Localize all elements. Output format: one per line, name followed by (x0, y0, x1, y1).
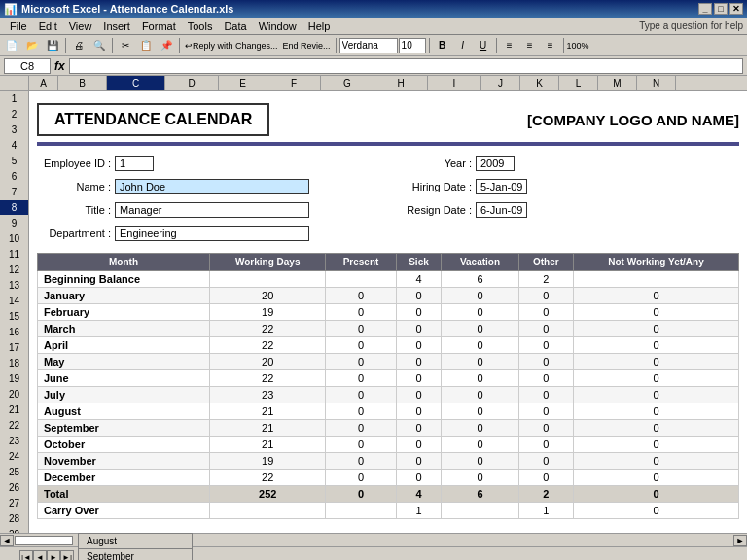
save-button[interactable]: 💾 (43, 37, 62, 54)
table-cell[interactable]: 0 (396, 304, 442, 321)
row-10[interactable]: 10 (0, 231, 28, 247)
cell-reference-input[interactable] (4, 58, 51, 74)
table-cell[interactable]: 22 (210, 470, 326, 486)
table-cell[interactable]: 0 (518, 321, 573, 337)
table-cell[interactable]: 0 (573, 304, 738, 321)
table-cell[interactable]: March (38, 321, 210, 337)
table-cell[interactable]: 1 (518, 503, 573, 519)
table-cell[interactable]: 0 (518, 288, 573, 304)
menu-window[interactable]: Window (253, 20, 302, 32)
table-cell[interactable]: 0 (442, 403, 518, 420)
table-cell[interactable]: 0 (518, 304, 573, 321)
table-cell[interactable]: February (38, 304, 210, 321)
table-cell[interactable]: November (38, 453, 210, 470)
table-cell[interactable]: 0 (326, 453, 396, 470)
table-cell[interactable]: 0 (573, 437, 738, 453)
table-cell[interactable]: 22 (210, 321, 326, 337)
table-cell[interactable]: January (38, 288, 210, 304)
table-cell[interactable]: 0 (396, 453, 442, 470)
paste-button[interactable]: 📌 (157, 37, 176, 54)
col-header-i[interactable]: I (428, 76, 481, 90)
table-cell[interactable]: 20 (210, 354, 326, 370)
table-cell[interactable]: 0 (326, 437, 396, 453)
resign-date-value[interactable]: 6-Jun-09 (476, 202, 527, 218)
col-header-f[interactable]: F (267, 76, 321, 90)
row-22[interactable]: 22 (0, 418, 28, 434)
table-cell[interactable]: 0 (573, 486, 738, 503)
table-cell[interactable] (210, 503, 326, 519)
col-header-j[interactable]: J (481, 76, 520, 90)
col-header-n[interactable]: N (637, 76, 676, 90)
table-cell[interactable]: 0 (518, 470, 573, 486)
menu-help[interactable]: Help (302, 20, 337, 32)
menu-tools[interactable]: Tools (182, 20, 219, 32)
col-header-g[interactable]: G (321, 76, 374, 90)
table-cell[interactable]: 0 (396, 403, 442, 420)
table-cell[interactable]: 0 (518, 387, 573, 403)
table-cell[interactable]: 0 (518, 453, 573, 470)
table-cell[interactable]: 0 (573, 354, 738, 370)
table-cell[interactable]: 0 (396, 354, 442, 370)
col-header-h[interactable]: H (374, 76, 428, 90)
scroll-right-button[interactable]: ► (733, 535, 747, 546)
year-value[interactable]: 2009 (476, 156, 515, 171)
open-button[interactable]: 📂 (22, 37, 42, 54)
row-19[interactable]: 19 (0, 371, 28, 387)
tab-nav-first[interactable]: |◄ (19, 550, 33, 560)
table-cell[interactable]: 0 (442, 370, 518, 387)
formula-input[interactable]: =VLOOKUP($C$6,'Employee Data'!$A$2:$B$10… (69, 58, 743, 74)
employee-id-value[interactable]: 1 (115, 156, 154, 171)
row-14[interactable]: 14 (0, 294, 28, 309)
row-26[interactable]: 26 (0, 480, 28, 496)
col-header-a[interactable]: A (29, 76, 58, 90)
table-cell[interactable]: 19 (210, 304, 326, 321)
table-cell[interactable]: 0 (442, 304, 518, 321)
table-cell[interactable]: 0 (518, 354, 573, 370)
table-cell[interactable]: 0 (442, 437, 518, 453)
table-cell[interactable]: 22 (210, 337, 326, 354)
table-cell[interactable]: 0 (396, 470, 442, 486)
col-header-b[interactable]: B (58, 76, 107, 90)
table-cell[interactable] (442, 503, 518, 519)
table-cell[interactable]: 0 (573, 337, 738, 354)
row-15[interactable]: 15 (0, 309, 28, 325)
table-cell[interactable]: 0 (573, 288, 738, 304)
table-cell[interactable]: April (38, 337, 210, 354)
hiring-date-value[interactable]: 5-Jan-09 (476, 179, 527, 194)
table-cell[interactable]: 0 (326, 470, 396, 486)
menu-view[interactable]: View (63, 20, 98, 32)
row-27[interactable]: 27 (0, 496, 28, 511)
table-cell[interactable]: 6 (442, 271, 518, 288)
table-cell[interactable] (326, 271, 396, 288)
table-cell[interactable]: September (38, 420, 210, 437)
row-24[interactable]: 24 (0, 449, 28, 465)
table-cell[interactable]: Total (38, 486, 210, 503)
preview-button[interactable]: 🔍 (89, 37, 109, 54)
table-cell[interactable] (210, 271, 326, 288)
table-cell[interactable]: 0 (326, 321, 396, 337)
row-16[interactable]: 16 (0, 325, 28, 340)
table-cell[interactable]: 0 (518, 437, 573, 453)
table-cell[interactable]: 252 (210, 486, 326, 503)
bold-button[interactable]: B (433, 37, 452, 54)
table-cell[interactable]: 0 (442, 420, 518, 437)
new-button[interactable]: 📄 (2, 37, 21, 54)
table-cell[interactable]: 0 (396, 288, 442, 304)
col-header-m[interactable]: M (598, 76, 637, 90)
row-21[interactable]: 21 (0, 402, 28, 418)
row-5[interactable]: 5 (0, 154, 28, 169)
table-cell[interactable]: 0 (518, 337, 573, 354)
row-1[interactable]: 1 (0, 91, 28, 107)
tab-nav-next[interactable]: ► (47, 550, 60, 560)
row-4[interactable]: 4 (0, 138, 28, 154)
row-28[interactable]: 28 (0, 511, 28, 527)
table-cell[interactable]: 6 (442, 486, 518, 503)
table-cell[interactable]: 0 (442, 337, 518, 354)
table-cell[interactable]: 0 (326, 354, 396, 370)
menu-insert[interactable]: Insert (97, 20, 136, 32)
table-cell[interactable]: 0 (396, 437, 442, 453)
row-25[interactable]: 25 (0, 465, 28, 480)
title-value[interactable]: Manager (115, 202, 309, 218)
tab-nav-buttons[interactable]: |◄ ◄ ► ►| (19, 550, 74, 560)
table-cell[interactable]: 0 (442, 354, 518, 370)
